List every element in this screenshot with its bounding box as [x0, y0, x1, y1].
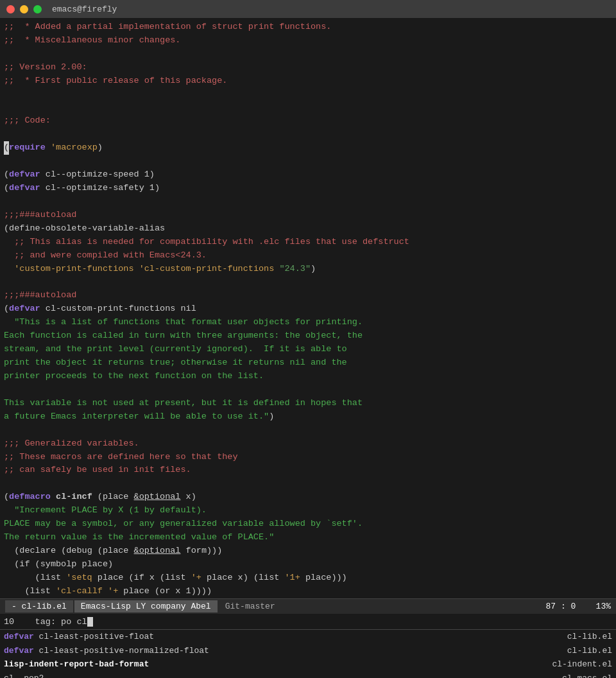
editor-area: ;; * Added a partial implementation of s… — [0, 18, 616, 598]
editor-content: ;; * Added a partial implementation of s… — [4, 21, 612, 598]
status-file: - cl-lib.el — [5, 600, 73, 613]
status-position: 87 : 0 13% — [546, 602, 611, 611]
minibuffer-prompt: 10 tag: po cl — [4, 617, 93, 627]
titlebar: emacs@firefly — [0, 0, 616, 18]
completion-row[interactable]: defvar cl-least-positive-normalized-floa… — [0, 644, 616, 658]
close-button[interactable] — [6, 5, 15, 13]
completion-row[interactable]: cl--pop2 cl-macs.el — [0, 672, 616, 679]
window-title: emacs@firefly — [52, 4, 117, 14]
completion-row[interactable]: lisp-indent-report-bad-format cl-indent.… — [0, 657, 616, 672]
status-bar: - cl-lib.el Emacs-Lisp LY company Abel G… — [0, 598, 616, 614]
status-mode: Emacs-Lisp LY company Abel — [74, 600, 218, 613]
status-branch: Git-master — [225, 602, 275, 611]
minibuffer: 10 tag: po cl — [0, 614, 616, 629]
minimize-button[interactable] — [20, 5, 28, 13]
maximize-button[interactable] — [33, 5, 42, 13]
completion-popup: defvar cl-least-positive-float cl-lib.el… — [0, 629, 616, 678]
completion-row[interactable]: defvar cl-least-positive-float cl-lib.el — [0, 630, 616, 644]
